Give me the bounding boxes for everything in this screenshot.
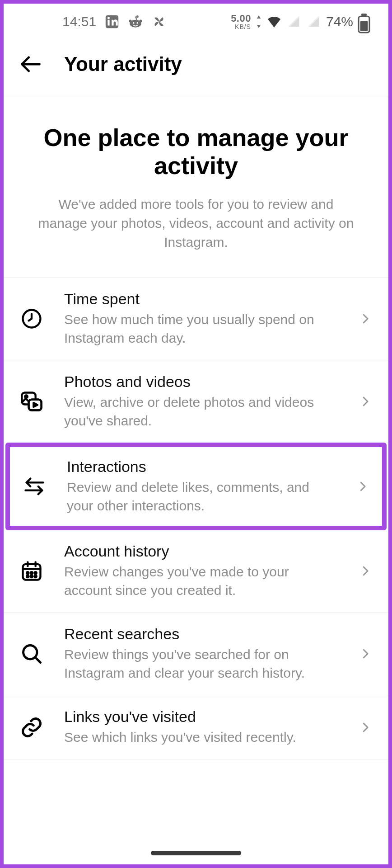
- wifi-icon: [266, 14, 282, 29]
- svg-point-27: [27, 572, 28, 574]
- svg-point-29: [35, 572, 37, 574]
- svg-point-30: [27, 576, 28, 577]
- svg-marker-20: [33, 403, 37, 407]
- chevron-right-icon: [359, 647, 372, 660]
- row-account-history[interactable]: Account history Review changes you've ma…: [4, 530, 388, 613]
- chevron-right-icon: [359, 312, 372, 326]
- row-recent-searches[interactable]: Recent searches Review things you've sea…: [4, 613, 388, 695]
- calendar-icon: [19, 558, 44, 584]
- updown-icon: [256, 14, 262, 29]
- hero-section: One place to manage your activity We've …: [4, 97, 388, 277]
- svg-line-34: [36, 658, 41, 663]
- row-desc: Review changes you've made to your accou…: [64, 563, 339, 599]
- highlight-interactions: Interactions Review and delete likes, co…: [5, 443, 387, 530]
- clock-icon: [19, 306, 44, 331]
- activity-list: Time spent See how much time you usually…: [4, 277, 388, 760]
- svg-rect-13: [360, 21, 368, 31]
- svg-point-32: [35, 576, 37, 577]
- search-icon: [19, 641, 44, 666]
- row-desc: View, archive or delete photos and video…: [64, 393, 339, 430]
- row-title: Time spent: [64, 290, 339, 308]
- sim1-icon: [286, 14, 302, 29]
- svg-point-6: [136, 15, 139, 18]
- svg-point-4: [129, 19, 132, 22]
- row-time-spent[interactable]: Time spent See how much time you usually…: [4, 278, 388, 360]
- row-interactions[interactable]: Interactions Review and delete likes, co…: [10, 447, 382, 526]
- row-desc: See which links you've visited recently.: [64, 728, 339, 747]
- sim2-icon: [306, 14, 322, 29]
- status-time: 14:51: [62, 14, 96, 29]
- network-speed: 5.00 KB/S: [231, 14, 251, 30]
- row-title: Account history: [64, 542, 339, 560]
- swap-arrows-icon: [22, 474, 47, 499]
- media-icon: [19, 389, 44, 414]
- svg-point-28: [31, 572, 33, 574]
- status-bar: 14:51 5.00 KB/S: [4, 4, 388, 40]
- row-links-visited[interactable]: Links you've visited See which links you…: [4, 695, 388, 760]
- row-title: Recent searches: [64, 625, 339, 643]
- svg-point-17: [25, 396, 28, 398]
- chevron-right-icon: [356, 480, 369, 493]
- hero-subtitle: We've added more tools for you to review…: [25, 195, 367, 252]
- app-header: Your activity: [4, 40, 388, 97]
- page-title: Your activity: [64, 53, 182, 75]
- row-title: Links you've visited: [64, 708, 339, 726]
- svg-point-5: [139, 19, 142, 22]
- hero-title: One place to manage your activity: [25, 123, 367, 179]
- svg-rect-1: [107, 20, 109, 26]
- row-desc: Review things you've searched for on Ins…: [64, 646, 339, 682]
- link-icon: [19, 715, 44, 740]
- svg-point-8: [136, 22, 138, 24]
- svg-rect-11: [361, 14, 367, 16]
- linkedin-icon: [104, 14, 120, 29]
- row-photos-videos[interactable]: Photos and videos View, archive or delet…: [4, 360, 388, 443]
- back-button[interactable]: [17, 51, 44, 78]
- row-title: Interactions: [67, 458, 336, 476]
- battery-percent: 74%: [326, 14, 353, 29]
- battery-icon: [358, 14, 370, 30]
- svg-point-2: [107, 17, 110, 19]
- chevron-right-icon: [359, 395, 372, 408]
- nav-indicator: [151, 851, 241, 855]
- svg-point-7: [133, 22, 135, 24]
- chevron-right-icon: [359, 564, 372, 578]
- pinwheel-icon: [151, 14, 167, 29]
- row-title: Photos and videos: [64, 373, 339, 391]
- row-desc: Review and delete likes, comments, and y…: [67, 478, 336, 515]
- svg-point-31: [31, 576, 33, 577]
- chevron-right-icon: [359, 721, 372, 734]
- reddit-icon: [128, 14, 143, 29]
- row-desc: See how much time you usually spend on I…: [64, 311, 339, 347]
